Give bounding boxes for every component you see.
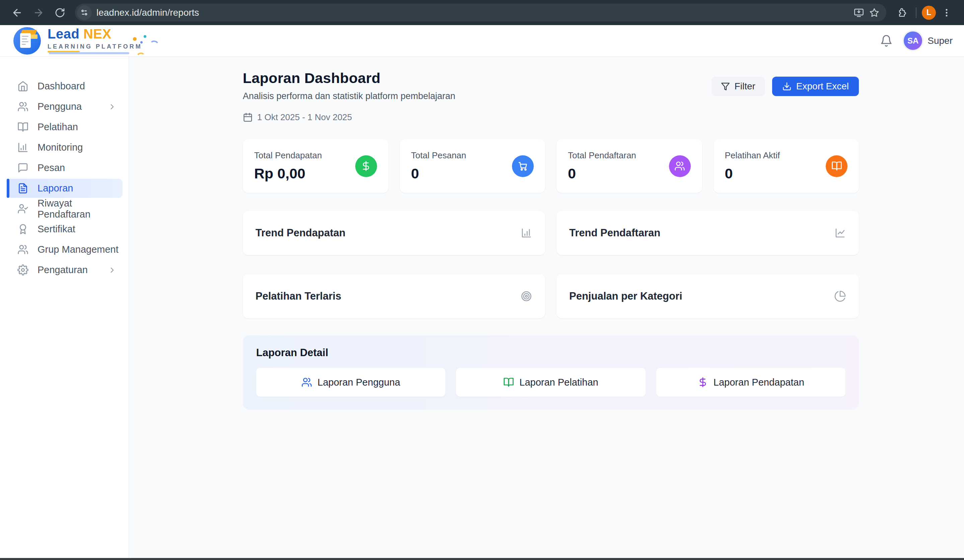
detail-button-label: Laporan Pendapatan — [713, 377, 804, 388]
settings-icon — [18, 264, 28, 275]
date-range: 1 Okt 2025 - 1 Nov 2025 — [243, 112, 455, 122]
home-icon — [18, 81, 28, 92]
sidebar-item-label: Laporan — [37, 183, 73, 194]
chart-title: Trend Pendapatan — [256, 227, 345, 239]
target-icon — [520, 290, 532, 302]
browser-forward-button[interactable] — [29, 3, 48, 23]
browser-profile-button[interactable]: L — [922, 6, 936, 20]
dollar-icon — [697, 377, 708, 387]
stat-value: 0 — [568, 165, 636, 182]
brand-logo[interactable]: Lead NEX LEARNING PLATFORM — [13, 27, 142, 55]
laporan-detail-section: Laporan Detail Laporan Pengguna Laporan … — [243, 335, 859, 410]
avatar[interactable]: SA — [904, 31, 922, 50]
detail-button-label: Laporan Pelatihan — [519, 377, 598, 388]
laporan-pengguna-button[interactable]: Laporan Pengguna — [256, 368, 445, 397]
chevron-right-icon — [108, 103, 117, 111]
url-text[interactable]: leadnex.id/admin/reports — [96, 7, 849, 18]
download-icon — [782, 82, 791, 91]
stat-label: Pelatihan Aktif — [725, 150, 780, 161]
stat-value: 0 — [411, 165, 466, 182]
calendar-icon — [243, 112, 253, 122]
browser-reload-button[interactable] — [50, 3, 70, 23]
main-content: Laporan Dashboard Analisis performa dan … — [129, 57, 964, 558]
stat-card-total-pendaftaran: Total Pendaftaran 0 — [557, 139, 702, 193]
reload-icon — [55, 7, 65, 18]
laporan-pelatihan-button[interactable]: Laporan Pelatihan — [456, 368, 645, 397]
sidebar-item-pengaturan[interactable]: Pengaturan — [7, 260, 122, 280]
back-arrow-icon — [11, 7, 23, 18]
extensions-puzzle-icon — [896, 7, 907, 18]
sidebar-item-pesan[interactable]: Pesan — [7, 158, 122, 177]
laporan-pendapatan-button[interactable]: Laporan Pendapatan — [656, 368, 845, 397]
sidebar-item-pelatihan[interactable]: Pelatihan — [7, 117, 122, 137]
laporan-detail-title: Laporan Detail — [256, 347, 845, 359]
dollar-icon — [361, 161, 371, 171]
bookmark-star-icon — [869, 7, 879, 18]
browser-toolbar: leadnex.id/admin/reports L — [0, 0, 964, 25]
stat-card-total-pendapatan: Total Pendapatan Rp 0,00 — [243, 139, 388, 193]
browser-menu-button[interactable] — [938, 4, 955, 21]
filter-funnel-icon — [721, 82, 730, 91]
sidebar-item-dashboard[interactable]: Dashboard — [7, 77, 122, 96]
stat-value: Rp 0,00 — [254, 165, 322, 182]
users-icon — [18, 101, 28, 112]
sidebar-item-sertifikat[interactable]: Sertifikat — [7, 220, 122, 239]
app-header: Lead NEX LEARNING PLATFORM SA Super — [0, 25, 964, 57]
install-icon — [853, 7, 864, 18]
pie-chart-icon — [834, 290, 846, 302]
chart-title: Penjualan per Kategori — [569, 290, 682, 302]
site-settings-icon — [80, 8, 89, 17]
book-open-icon — [831, 161, 842, 171]
chart-card-pelatihan-terlaris: Pelatihan Terlaris — [243, 274, 545, 318]
sidebar: Dashboard Pengguna Pelatihan Monitoring … — [0, 57, 129, 558]
cart-icon — [518, 161, 528, 171]
sidebar-item-label: Sertifikat — [37, 224, 75, 234]
toolbar-divider — [916, 7, 917, 18]
file-text-icon — [18, 183, 28, 194]
sidebar-item-label: Riwayat Pendaftaran — [37, 198, 122, 220]
users-icon — [301, 377, 312, 387]
brand-name: Lead NEX — [47, 27, 142, 41]
site-settings-button[interactable] — [77, 5, 92, 20]
filter-button-label: Filter — [734, 81, 756, 92]
filter-button[interactable]: Filter — [712, 77, 765, 96]
sidebar-item-riwayat-pendaftaran[interactable]: Riwayat Pendaftaran — [7, 199, 122, 218]
sidebar-item-monitoring[interactable]: Monitoring — [7, 138, 122, 157]
export-excel-button[interactable]: Export Excel — [772, 77, 859, 96]
chart-title: Pelatihan Terlaris — [256, 290, 341, 302]
chart-card-penjualan-per-kategori: Penjualan per Kategori — [557, 274, 859, 318]
brand-tagline: LEARNING PLATFORM — [47, 44, 142, 50]
sidebar-item-grup-management[interactable]: Grup Management — [7, 240, 122, 259]
bell-icon — [880, 34, 893, 47]
chart-card-trend-pendaftaran: Trend Pendaftaran — [557, 211, 859, 255]
sidebar-item-pengguna[interactable]: Pengguna — [7, 97, 122, 116]
page-title: Laporan Dashboard — [243, 70, 455, 86]
chevron-right-icon — [108, 266, 117, 275]
menu-dots-icon — [941, 8, 952, 18]
column-chart-icon — [520, 227, 532, 239]
book-open-icon — [18, 122, 28, 133]
install-app-button[interactable] — [853, 7, 864, 18]
stat-value: 0 — [725, 165, 780, 182]
date-range-text: 1 Okt 2025 - 1 Nov 2025 — [257, 112, 352, 122]
stat-card-total-pesanan: Total Pesanan 0 — [400, 139, 546, 193]
sidebar-item-label: Pesan — [37, 162, 65, 173]
bookmark-button[interactable] — [869, 7, 879, 18]
chart-card-trend-pendapatan: Trend Pendapatan — [243, 211, 545, 255]
window-bottom-edge — [0, 558, 964, 560]
sidebar-item-label: Monitoring — [37, 142, 83, 153]
line-chart-icon — [834, 227, 846, 239]
browser-back-button[interactable] — [7, 3, 27, 23]
sidebar-item-laporan[interactable]: Laporan — [7, 179, 122, 198]
sidebar-item-label: Dashboard — [37, 81, 85, 92]
notifications-button[interactable] — [878, 33, 894, 49]
extensions-button[interactable] — [893, 4, 910, 21]
chart-title: Trend Pendaftaran — [569, 227, 660, 239]
detail-button-label: Laporan Pengguna — [318, 377, 400, 388]
user-name: Super — [928, 36, 953, 46]
user-menu[interactable]: SA Super — [904, 31, 953, 50]
address-bar[interactable]: leadnex.id/admin/reports — [75, 4, 886, 21]
sidebar-item-label: Pelatihan — [37, 122, 78, 133]
export-button-label: Export Excel — [796, 81, 849, 92]
stat-label: Total Pesanan — [411, 150, 466, 161]
